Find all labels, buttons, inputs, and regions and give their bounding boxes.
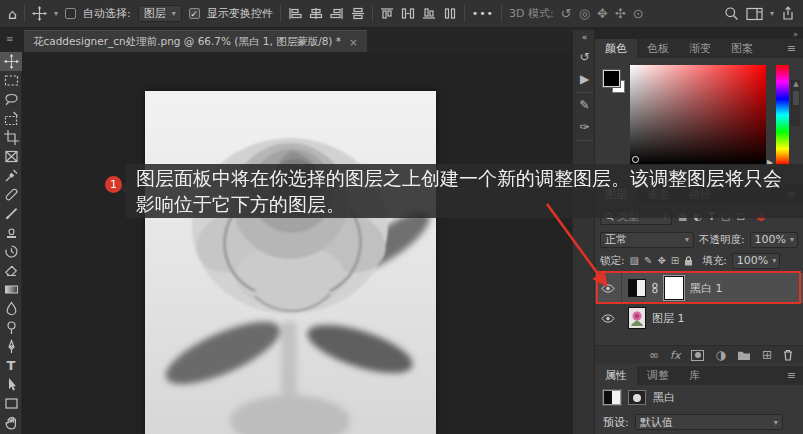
tab-gradients[interactable]: 渐变 (679, 39, 721, 58)
image-layer-thumbnail[interactable] (628, 307, 646, 329)
add-mask-icon[interactable] (691, 350, 704, 361)
tool-pen[interactable] (0, 337, 22, 356)
new-adjustment-layer-icon[interactable]: ◑ (715, 348, 725, 362)
tool-gradient[interactable] (0, 280, 22, 299)
properties-scrollbar[interactable]: ▲ (791, 80, 800, 126)
tab-color[interactable]: 颜色 (595, 39, 637, 58)
distribute-bottom-icon[interactable] (422, 7, 436, 20)
panel-menu-icon[interactable]: ≡ (780, 39, 803, 58)
lock-artboard-icon[interactable]: ⊞ (671, 256, 679, 266)
opacity-label: 不透明度: (699, 233, 745, 247)
visibility-eye-icon[interactable] (601, 314, 615, 323)
tool-eraser[interactable] (0, 261, 22, 280)
layer-mask-thumbnail[interactable] (664, 276, 684, 300)
annotation-text: 图层面板中将在你选择的图层之上创建一个新的调整图层。该调整图层将只会影响位于它下… (136, 167, 782, 215)
tool-type[interactable]: T (0, 356, 22, 375)
tab-adjustments[interactable]: 调整 (637, 366, 679, 385)
tool-eyedropper[interactable] (0, 166, 22, 185)
document-image[interactable] (145, 91, 436, 434)
layer-name[interactable]: 图层 1 (652, 311, 685, 326)
tool-hand[interactable] (0, 413, 22, 432)
move-tool-preset-chevron[interactable]: ▾ (54, 9, 58, 18)
tool-crop[interactable] (0, 128, 22, 147)
align-left-icon[interactable] (288, 7, 302, 20)
collapsed-panels-strip: « ↺ ▶ ✎ ✑ (572, 30, 595, 434)
tool-dodge[interactable] (0, 318, 22, 337)
lock-position-icon[interactable]: ✥ (657, 256, 665, 266)
link-layers-icon[interactable]: ∞ (649, 348, 659, 362)
lock-all-icon[interactable] (684, 256, 693, 266)
mask-badge-icon[interactable] (628, 390, 646, 405)
workspace-switcher-icon[interactable] (746, 7, 763, 21)
auto-select-target-dropdown[interactable]: 图层▾ (138, 5, 182, 22)
layer-row-heibai1[interactable]: 黑白 1 (595, 273, 803, 303)
align-right-icon[interactable] (330, 7, 344, 20)
divider (621, 304, 622, 332)
distribute-horizontal-icon[interactable] (401, 7, 415, 20)
more-options-button[interactable]: ••• (472, 7, 494, 20)
tab-overflow-icon[interactable]: ≡ (6, 34, 14, 44)
preset-dropdown[interactable]: 默认值▾ (635, 414, 783, 430)
foreground-color-swatch[interactable] (603, 70, 620, 87)
layer-style-icon[interactable]: fx (670, 349, 680, 362)
annotation-tooltip: 图层面板中将在你选择的图层之上创建一个新的调整图层。该调整图层将只会影响位于它下… (126, 164, 803, 218)
show-transform-checkbox[interactable]: ✓ (189, 8, 200, 19)
search-icon[interactable] (724, 6, 739, 21)
auto-select-checkbox[interactable] (65, 8, 76, 19)
auto-select-label: 自动选择: (83, 6, 131, 21)
color-field-cursor[interactable] (632, 156, 639, 163)
align-center-vertical-icon[interactable] (309, 7, 323, 20)
brush-settings-panel-icon[interactable]: ✎ (573, 98, 596, 112)
brushes-panel-icon[interactable]: ✑ (573, 120, 596, 134)
distribute-vertical-icon[interactable] (443, 7, 457, 20)
document-tab[interactable]: 花caddesigner_cn处理前.png @ 66.7% (黑白 1, 图层… (24, 30, 367, 52)
panel-menu-icon[interactable]: ≡ (780, 366, 803, 385)
move-tool-icon[interactable] (32, 6, 47, 21)
separator (280, 5, 281, 22)
tab-close-icon[interactable]: × (349, 36, 358, 48)
tab-patterns[interactable]: 图案 (721, 39, 763, 58)
layer-name[interactable]: 黑白 1 (690, 281, 723, 296)
bw-adjustment-icon (603, 390, 621, 405)
tool-brush[interactable] (0, 204, 22, 223)
delete-layer-icon[interactable] (783, 349, 793, 361)
color-field[interactable] (630, 65, 766, 165)
home-icon[interactable]: ⌂ (8, 6, 17, 22)
hue-slider[interactable] (776, 65, 789, 165)
tab-properties[interactable]: 属性 (595, 366, 637, 385)
new-group-icon[interactable] (737, 350, 751, 361)
canvas-area[interactable] (22, 52, 572, 434)
share-icon[interactable] (781, 6, 795, 21)
lock-transparency-icon[interactable]: ▨ (630, 256, 639, 266)
history-panel-icon[interactable]: ↺ (573, 50, 596, 64)
opacity-dropdown[interactable]: 100%▾ (750, 232, 798, 248)
tool-object-selection[interactable] (0, 109, 22, 128)
collapse-panels-icon[interactable]: « (573, 32, 596, 42)
foreground-background-swatches[interactable] (603, 70, 631, 100)
tool-lasso[interactable] (0, 90, 22, 109)
blend-mode-dropdown[interactable]: 正常▾ (600, 232, 694, 248)
tab-swatches[interactable]: 色板 (637, 39, 679, 58)
new-layer-icon[interactable]: ⊞ (762, 348, 772, 362)
tool-smudge[interactable] (0, 299, 22, 318)
preset-label: 预设: (603, 415, 629, 430)
mask-link-icon[interactable] (652, 282, 658, 294)
actions-panel-icon[interactable]: ▶ (573, 72, 596, 86)
tool-healing-brush[interactable] (0, 185, 22, 204)
align-center-horizontal-icon[interactable] (351, 7, 365, 20)
tool-history-brush[interactable] (0, 242, 22, 261)
tool-marquee[interactable] (0, 71, 22, 90)
layer-row-tuceng1[interactable]: 图层 1 (595, 304, 803, 332)
lock-pixels-icon[interactable]: ✎ (644, 256, 652, 266)
fill-dropdown[interactable]: 100%▾ (732, 253, 780, 269)
tool-path-select[interactable] (0, 375, 22, 394)
tool-move[interactable] (0, 52, 22, 71)
adjustment-layer-thumbnail[interactable] (628, 279, 646, 297)
tool-clone-stamp[interactable] (0, 223, 22, 242)
tool-frame[interactable] (0, 147, 22, 166)
workspace-chevron[interactable]: ▾ (770, 9, 774, 18)
visibility-eye-icon[interactable] (601, 284, 615, 293)
tab-libraries[interactable]: 库 (679, 366, 710, 385)
tool-rectangle-shape[interactable] (0, 394, 22, 413)
distribute-top-icon[interactable] (380, 7, 394, 20)
